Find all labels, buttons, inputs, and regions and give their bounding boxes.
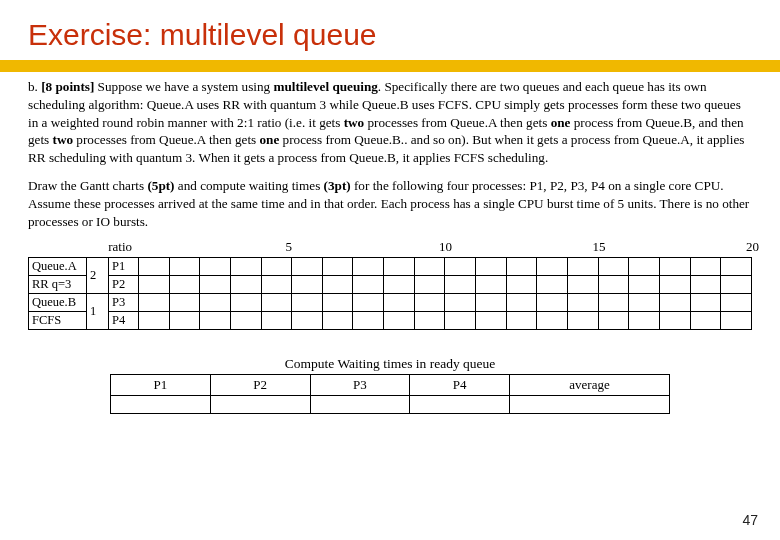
gantt-slot [506, 275, 537, 293]
gantt-slot [384, 257, 415, 275]
gantt-slot [445, 257, 476, 275]
gantt-slot [690, 257, 721, 275]
gantt-slot [506, 311, 537, 329]
gantt-slot [414, 275, 445, 293]
waiting-value-cell [210, 395, 310, 413]
gantt-slot [169, 293, 200, 311]
gantt-slot [353, 293, 384, 311]
gantt-slot [139, 293, 170, 311]
axis-tick: 20 [746, 239, 759, 255]
waiting-header-cell: P2 [210, 374, 310, 395]
gantt-slot [476, 275, 507, 293]
ratio-header: ratio [108, 239, 132, 254]
ratio-cell: 2 [87, 257, 109, 293]
title-underline [0, 60, 780, 72]
gantt-slot [169, 275, 200, 293]
gantt-slot [567, 275, 598, 293]
gantt-slot [659, 257, 690, 275]
gantt-slot [292, 275, 323, 293]
gantt-slot [200, 257, 231, 275]
queue-alg-cell: RR q=3 [29, 275, 87, 293]
gantt-slot [292, 293, 323, 311]
gantt-slot [567, 293, 598, 311]
queue-name-cell: Queue.A [29, 257, 87, 275]
gantt-slot [629, 311, 660, 329]
gantt-slot [445, 311, 476, 329]
gantt-slot [230, 311, 261, 329]
process-label-cell: P2 [109, 275, 139, 293]
gantt-table: Queue.A2P1RR q=3P2Queue.B1P3FCFSP4 [28, 257, 752, 330]
gantt-slot [200, 293, 231, 311]
queue-alg-cell: FCFS [29, 311, 87, 329]
gantt-slot [230, 293, 261, 311]
gantt-slot [414, 257, 445, 275]
waiting-header-cell: P3 [310, 374, 410, 395]
gantt-slot [384, 293, 415, 311]
gantt-slot [445, 275, 476, 293]
gantt-slot [139, 257, 170, 275]
page-number: 47 [742, 512, 758, 528]
gantt-slot [445, 293, 476, 311]
gantt-slot [598, 293, 629, 311]
slide-title: Exercise: multilevel queue [28, 18, 752, 52]
gantt-chart: ratio 5101520 Queue.A2P1RR q=3P2Queue.B1… [28, 239, 752, 330]
waiting-header-cell: average [510, 374, 670, 395]
gantt-slot [200, 311, 231, 329]
gantt-slot [537, 275, 568, 293]
waiting-value-cell [310, 395, 410, 413]
gantt-slot [353, 257, 384, 275]
gantt-slot [169, 257, 200, 275]
waiting-table: P1P2P3P4average [110, 374, 670, 414]
ratio-cell: 1 [87, 293, 109, 329]
gantt-slot [139, 311, 170, 329]
gantt-slot [690, 311, 721, 329]
gantt-slot [721, 257, 752, 275]
axis-tick: 15 [593, 239, 606, 255]
waiting-title: Compute Waiting times in ready queue [110, 356, 670, 372]
gantt-slot [690, 275, 721, 293]
gantt-slot [598, 257, 629, 275]
waiting-value-cell [111, 395, 211, 413]
waiting-header-cell: P4 [410, 374, 510, 395]
gantt-slot [629, 257, 660, 275]
gantt-slot [230, 275, 261, 293]
gantt-slot [322, 275, 353, 293]
gantt-slot [322, 257, 353, 275]
axis-tick: 5 [286, 239, 293, 255]
gantt-slot [353, 275, 384, 293]
gantt-slot [598, 311, 629, 329]
gantt-slot [659, 311, 690, 329]
gantt-slot [721, 293, 752, 311]
gantt-slot [659, 275, 690, 293]
gantt-slot [322, 293, 353, 311]
gantt-slot [230, 257, 261, 275]
gantt-slot [537, 257, 568, 275]
gantt-slot [659, 293, 690, 311]
waiting-header-cell: P1 [111, 374, 211, 395]
gantt-slot [414, 311, 445, 329]
gantt-slot [476, 311, 507, 329]
gantt-slot [384, 275, 415, 293]
waiting-value-cell [510, 395, 670, 413]
problem-text: b. [8 points] Suppose we have a system u… [28, 78, 752, 167]
gantt-slot [322, 311, 353, 329]
gantt-slot [476, 257, 507, 275]
gantt-slot [169, 311, 200, 329]
gantt-slot [567, 257, 598, 275]
gantt-slot [292, 257, 323, 275]
gantt-slot [567, 311, 598, 329]
axis-tick: 10 [439, 239, 452, 255]
gantt-slot [139, 275, 170, 293]
gantt-slot [414, 293, 445, 311]
gantt-slot [506, 257, 537, 275]
gantt-slot [598, 275, 629, 293]
gantt-slot [506, 293, 537, 311]
gantt-slot [629, 293, 660, 311]
gantt-slot [353, 311, 384, 329]
gantt-slot [261, 257, 292, 275]
gantt-slot [721, 275, 752, 293]
waiting-value-cell [410, 395, 510, 413]
gantt-slot [721, 311, 752, 329]
gantt-slot [537, 311, 568, 329]
process-label-cell: P4 [109, 311, 139, 329]
